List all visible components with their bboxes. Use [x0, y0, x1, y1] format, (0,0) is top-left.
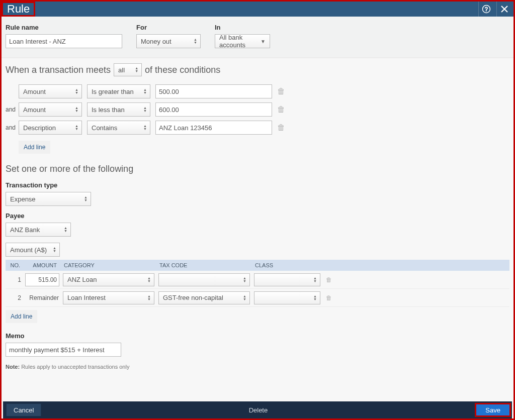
trash-icon[interactable]: 🗑 [322, 294, 335, 301]
memo-field: Memo [6, 332, 509, 357]
condition-row: Amount▲▼ Is greater than▲▼ 🗑 [6, 84, 509, 98]
close-icon[interactable] [496, 2, 511, 17]
table-header-row: NO. AMOUNT CATEGORY TAX CODE CLASS [6, 260, 509, 271]
row-no: 2 [6, 294, 23, 301]
th-tax: TAX CODE [156, 262, 252, 268]
row-category-select[interactable]: Loan Interest▲▼ [63, 291, 154, 304]
cond-suffix: of these conditions [145, 65, 220, 75]
row-no: 1 [6, 276, 23, 283]
row-class-select[interactable]: ▲▼ [254, 291, 320, 304]
trash-icon[interactable]: 🗑 [277, 87, 285, 96]
table-row: 1 ANZ Loan▲▼ ▲▼ ▲▼ 🗑 [6, 271, 509, 289]
delete-button[interactable]: Delete [249, 406, 268, 414]
match-select[interactable]: all ▲▼ [114, 63, 142, 76]
and-label: and [6, 124, 18, 131]
cond-field-select[interactable]: Amount▲▼ [19, 102, 82, 117]
cond-prefix: When a transaction meets [6, 65, 111, 75]
payee-field: Payee ANZ Bank▲▼ [6, 212, 509, 237]
payee-label: Payee [6, 212, 509, 220]
condition-row: and Amount▲▼ Is less than▲▼ 🗑 [6, 102, 509, 117]
in-select[interactable]: All bank accounts ▼ [215, 34, 270, 48]
row-amount-input[interactable] [25, 273, 59, 286]
cond-op-select[interactable]: Is less than▲▼ [87, 102, 150, 117]
row-category-select[interactable]: ANZ Loan▲▼ [63, 273, 154, 286]
note-body: Rules apply to unaccepted transactions o… [21, 364, 129, 370]
cond-field-select[interactable]: Amount▲▼ [19, 84, 82, 98]
cancel-button[interactable]: Cancel [6, 403, 41, 416]
conditions-section: When a transaction meets all ▲▼ of these… [2, 58, 513, 380]
condition-row: and Description▲▼ Contains▲▼ 🗑 [6, 121, 509, 135]
cond-op-select[interactable]: Contains▲▼ [87, 121, 150, 135]
trash-icon[interactable]: 🗑 [277, 105, 285, 114]
in-label: In [215, 24, 270, 31]
th-class: CLASS [252, 262, 322, 268]
modal-title: Rule [2, 2, 35, 17]
and-label: and [6, 106, 18, 113]
for-select[interactable]: Money out ▲▼ [136, 34, 201, 48]
th-amount: AMOUNT [23, 262, 61, 268]
cond-value-input[interactable] [155, 84, 272, 98]
header-fields: Rule name For Money out ▲▼ In All bank a… [2, 17, 513, 58]
row-tax-select[interactable]: ▲▼ [158, 273, 250, 286]
cond-value-input[interactable] [155, 121, 272, 135]
th-category: CATEGORY [61, 262, 156, 268]
row-tax-select[interactable]: GST-free non-capital▲▼ [158, 291, 250, 304]
cond-value-input[interactable] [155, 102, 272, 117]
rule-name-label: Rule name [6, 24, 122, 31]
cond-op-select[interactable]: Is greater than▲▼ [87, 84, 150, 98]
note-prefix: Note: [6, 364, 20, 370]
amount-currency-select[interactable]: Amount (A$)▲▼ [6, 243, 60, 257]
save-button[interactable]: Save [475, 403, 511, 417]
row-amount-remainder: Remainder [29, 294, 59, 301]
table-row: 2 Remainder Loan Interest▲▼ GST-free non… [6, 289, 509, 307]
tx-type-select[interactable]: Expense▲▼ [6, 192, 91, 206]
add-condition-line[interactable]: Add line [19, 141, 50, 154]
svg-text:?: ? [485, 6, 488, 12]
th-no: NO. [6, 262, 23, 268]
trash-icon[interactable]: 🗑 [277, 123, 285, 132]
conditions-title: When a transaction meets all ▲▼ of these… [6, 63, 509, 76]
for-value: Money out [141, 38, 171, 45]
tx-type-label: Transaction type [6, 181, 509, 189]
transaction-type-field: Transaction type Expense▲▼ [6, 181, 509, 206]
footer-bar: Cancel Delete Save [3, 401, 512, 418]
set-title: Set one or more of the following [6, 164, 509, 174]
row-class-select[interactable]: ▲▼ [254, 273, 320, 286]
for-label: For [136, 24, 201, 31]
payee-select[interactable]: ANZ Bank▲▼ [6, 223, 71, 237]
memo-input[interactable] [6, 343, 121, 357]
help-icon[interactable]: ? [478, 2, 493, 17]
trash-icon[interactable]: 🗑 [322, 276, 335, 283]
allocation-table: NO. AMOUNT CATEGORY TAX CODE CLASS 1 ANZ… [6, 260, 509, 307]
in-value: All bank accounts [219, 34, 259, 49]
memo-label: Memo [6, 332, 509, 340]
titlebar: Rule ? [2, 2, 513, 17]
note-text: Note: Rules apply to unaccepted transact… [6, 364, 509, 370]
cond-field-select[interactable]: Description▲▼ [19, 121, 82, 135]
add-allocation-line[interactable]: Add line [6, 310, 37, 323]
match-value: all [118, 66, 125, 74]
rule-name-input[interactable] [6, 34, 122, 48]
